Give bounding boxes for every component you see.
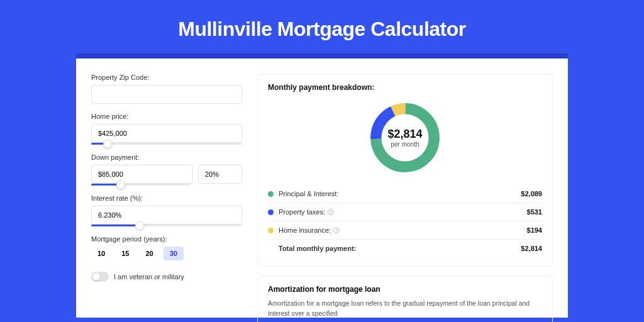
legend-label: Property taxes: ? (279, 208, 527, 216)
period-option-15[interactable]: 15 (115, 247, 135, 260)
amortization-title: Amortization for mortgage loan (268, 285, 542, 294)
field-period: Mortgage period (years): 10 15 20 30 (91, 235, 242, 260)
legend-value: $2,089 (521, 190, 542, 197)
down-payment-slider[interactable] (91, 184, 191, 186)
home-price-input[interactable] (91, 124, 242, 143)
amortization-panel: Amortization for mortgage loan Amortizat… (257, 275, 553, 322)
veteran-label: I am veteran or military (114, 273, 184, 280)
amortization-text: Amortization for a mortgage loan refers … (268, 299, 542, 319)
legend-row-taxes: Property taxes: ? $531 (268, 203, 542, 221)
legend-value: $194 (527, 226, 542, 234)
total-label: Total monthly payment: (279, 245, 521, 252)
home-price-slider[interactable] (91, 143, 242, 145)
interest-slider[interactable] (91, 225, 242, 226)
legend-value: $531 (527, 208, 542, 216)
legend-label: Home insurance: ? (279, 226, 527, 234)
veteran-toggle-row: I am veteran or military (91, 272, 242, 282)
down-payment-pct-input[interactable] (198, 165, 242, 184)
legend: Principal & Interest: $2,089 Property ta… (268, 185, 542, 257)
legend-dot (268, 191, 274, 197)
form-column: Property Zip Code: Home price: Down paym… (91, 74, 242, 318)
interest-label: Interest rate (%): (91, 194, 242, 202)
interest-input[interactable] (91, 206, 242, 225)
home-price-label: Home price: (91, 113, 242, 120)
field-zip: Property Zip Code: (91, 74, 242, 104)
legend-label: Principal & Interest: (279, 190, 521, 197)
down-payment-amount-input[interactable] (91, 165, 193, 184)
period-option-10[interactable]: 10 (91, 247, 111, 260)
info-icon[interactable]: ? (328, 209, 334, 215)
period-option-30[interactable]: 30 (164, 247, 184, 260)
down-payment-label: Down payment: (91, 153, 242, 161)
slider-thumb[interactable] (135, 221, 144, 230)
field-home-price: Home price: (91, 113, 242, 145)
period-button-group: 10 15 20 30 (91, 247, 242, 260)
result-column: Monthly payment breakdown: $2,814 per mo… (257, 74, 553, 318)
page-title: Mullinville Mortgage Calculator (0, 0, 644, 53)
donut-sublabel: per month (391, 141, 419, 148)
period-option-20[interactable]: 20 (140, 247, 160, 260)
breakdown-panel: Monthly payment breakdown: $2,814 per mo… (257, 74, 553, 267)
donut-chart: $2,814 per month (367, 99, 443, 176)
breakdown-title: Monthly payment breakdown: (268, 83, 542, 92)
info-icon[interactable]: ? (333, 227, 340, 233)
legend-dot (268, 228, 274, 233)
field-interest: Interest rate (%): (91, 194, 242, 226)
calculator-card: Property Zip Code: Home price: Down paym… (76, 53, 568, 318)
legend-row-insurance: Home insurance: ? $194 (268, 221, 542, 239)
legend-dot (268, 209, 274, 215)
slider-thumb[interactable] (103, 140, 112, 148)
slider-thumb[interactable] (116, 180, 125, 189)
veteran-toggle[interactable] (91, 272, 109, 282)
donut-amount: $2,814 (387, 128, 422, 141)
legend-row-total: Total monthly payment: $2,814 (268, 239, 542, 257)
legend-row-principal: Principal & Interest: $2,089 (268, 185, 542, 203)
field-down-payment: Down payment: (91, 153, 242, 186)
zip-input[interactable] (91, 85, 242, 104)
zip-label: Property Zip Code: (91, 74, 242, 81)
period-label: Mortgage period (years): (91, 235, 242, 243)
total-value: $2,814 (521, 245, 542, 252)
